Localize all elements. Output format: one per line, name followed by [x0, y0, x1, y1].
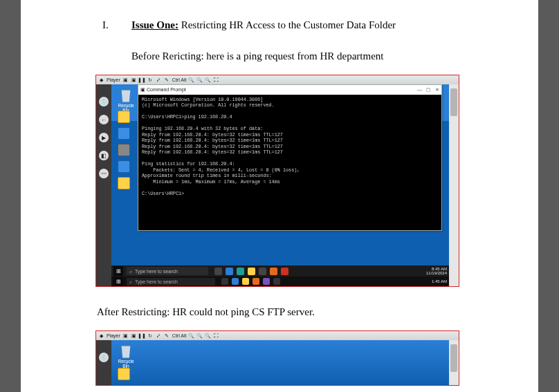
side-nav-icon[interactable]: 〰 [99, 169, 109, 178]
taskbar-app-icon[interactable] [242, 278, 249, 285]
guest-desktop[interactable]: Recycle Bin ▣ Command Prompt — ▢ ✕ [111, 84, 449, 286]
before-caption: Before Rericting: here is a ping request… [131, 50, 511, 62]
taskbar-app-icon[interactable] [237, 268, 244, 275]
taskbar-app-icon[interactable] [232, 278, 239, 285]
host-search-box[interactable]: ⌕ Type here to search [127, 278, 215, 286]
toolbar-icon[interactable]: ▣ [122, 333, 129, 339]
close-button[interactable]: ✕ [435, 87, 439, 93]
toolbar-icon[interactable]: ⤢ [156, 77, 162, 83]
issue-subtitle: Restricting HR Access to the Customer Da… [178, 19, 396, 30]
toolbar-icon[interactable]: ❚❚ [139, 77, 145, 83]
screenshot-after: ◆ Player ▣ ▣ ❚❚ ↻ ⤢ ✎ Ctrl Alt 🔍 🔍 🔍 ⛶ 💿… [95, 330, 459, 386]
host-time: 1:45 AM [432, 279, 447, 283]
taskbar-app-icon[interactable] [221, 278, 228, 285]
host-clock[interactable]: 1:45 AM [432, 279, 447, 283]
vm-body: 💿 ← ▶ ◧ 〰 Recycle Bin ▣ Co [96, 84, 459, 286]
taskbar-app-icon[interactable] [226, 268, 233, 275]
vm-player-label: Player [107, 333, 120, 338]
maximize-button[interactable]: ▢ [426, 87, 431, 93]
search-icon: ⌕ [129, 269, 132, 274]
zoom-out-icon[interactable]: 🔍 [188, 77, 194, 83]
toolbar-icon[interactable]: ✎ [164, 77, 170, 83]
host-task-icons [221, 278, 280, 285]
cmd-title-text: ▣ Command Prompt [140, 87, 186, 93]
desktop-shortcut[interactable] [116, 177, 132, 190]
side-nav-icon[interactable]: ◧ [99, 151, 109, 160]
list-roman-numeral: I. [102, 19, 112, 31]
guest-search-box[interactable]: ⌕ Type here to search [127, 267, 208, 275]
after-caption: After Restricting: HR could not ping CS … [97, 306, 511, 318]
document-page: I. Issue One: Restricting HR Access to t… [21, 0, 538, 392]
vm-scrollbar[interactable] [449, 84, 459, 286]
issue-title: Issue One: [131, 19, 178, 30]
scrollbar-thumb[interactable] [450, 344, 457, 372]
guest-task-icons [214, 268, 288, 275]
issue-heading-row: I. Issue One: Restricting HR Access to t… [102, 19, 511, 31]
start-button[interactable]: ⊞ [113, 266, 123, 276]
fullscreen-icon[interactable]: ⛶ [213, 333, 219, 339]
guest-date: 11/19/2024 [426, 271, 447, 275]
taskbar-app-icon[interactable] [270, 268, 277, 275]
taskbar-app-icon[interactable] [214, 268, 222, 275]
toolbar-icon[interactable]: ↻ [147, 77, 154, 83]
toolbar-icon[interactable]: ❚❚ [139, 333, 145, 339]
side-nav-icon[interactable]: 💿 [99, 353, 109, 362]
toolbar-icon[interactable]: ↻ [147, 333, 154, 339]
zoom-in-icon[interactable]: 🔍 [196, 77, 203, 83]
vm-side-panel: 💿 ← ▶ ◧ 〰 [96, 84, 111, 286]
desktop-shortcut[interactable] [116, 127, 132, 140]
zoom-in-icon[interactable]: 🔍 [196, 333, 203, 339]
cmd-output[interactable]: Microsoft Windows [Version 10.0.19044.30… [138, 95, 441, 230]
search-icon: ⌕ [129, 279, 132, 284]
toolbar-icon[interactable]: ✎ [164, 333, 170, 339]
screenshot-before: ◆ Player ▣ ▣ ❚❚ ↻ ⤢ ✎ Ctrl Alt 🔍 🔍 🔍 ⛶ 💿… [95, 75, 459, 287]
toolbar-icon[interactable]: ▣ [131, 333, 137, 339]
guest-clock[interactable]: 8:45 AM 11/19/2024 [426, 267, 447, 276]
toolbar-icon[interactable]: 🔍 [205, 77, 211, 83]
vm-logo-icon: ◆ [98, 77, 104, 83]
guest-search-placeholder: Type here to search [135, 269, 178, 274]
vm-body: 💿 Recycle Bin [96, 340, 459, 385]
vm-toolbar: ◆ Player ▣ ▣ ❚❚ ↻ ⤢ ✎ Ctrl Alt 🔍 🔍 🔍 ⛶ [96, 75, 459, 84]
zoom-out-icon[interactable]: 🔍 [188, 333, 194, 339]
toolbar-icon[interactable]: ▣ [122, 77, 129, 83]
taskbar-app-icon[interactable] [253, 278, 259, 285]
taskbar-app-icon[interactable] [263, 278, 270, 285]
cmd-titlebar[interactable]: ▣ Command Prompt — ▢ ✕ [138, 85, 441, 95]
guest-taskbar[interactable]: ⊞ ⌕ Type here to search [111, 265, 449, 277]
desktop-shortcut[interactable] [116, 368, 132, 381]
toolbar-icon[interactable]: 🔍 [205, 333, 211, 339]
guest-time: 8:45 AM [432, 267, 447, 271]
host-search-placeholder: Type here to search [135, 279, 178, 284]
scrollbar-thumb[interactable] [450, 88, 457, 116]
guest-desktop[interactable]: Recycle Bin [111, 340, 449, 385]
desktop-shortcut[interactable] [116, 160, 132, 174]
minimize-button[interactable]: — [417, 87, 422, 93]
recycle-bin-label: Recycle Bin [118, 359, 134, 368]
toolbar-icon[interactable]: ▣ [131, 77, 137, 83]
recycle-bin-icon [120, 346, 131, 358]
vm-side-panel: 💿 [96, 340, 111, 385]
side-nav-icon[interactable]: ▶ [99, 133, 109, 142]
toolbar-icon[interactable]: ⤢ [156, 333, 162, 339]
side-nav-icon[interactable]: ← [99, 115, 109, 124]
desktop-shortcut[interactable] [116, 111, 132, 124]
side-nav-icon[interactable]: 💿 [99, 97, 109, 106]
vm-scrollbar[interactable] [449, 340, 459, 385]
taskbar-app-icon[interactable] [281, 268, 288, 275]
recycle-bin[interactable]: Recycle Bin [116, 90, 136, 113]
desktop-shortcut[interactable] [116, 144, 132, 157]
host-start-button[interactable]: ⊞ [113, 277, 123, 286]
host-taskbar[interactable]: ⊞ ⌕ Type here to search 1:45 AM [111, 277, 449, 286]
vm-toolbar: ◆ Player ▣ ▣ ❚❚ ↻ ⤢ ✎ Ctrl Alt 🔍 🔍 🔍 ⛶ [96, 331, 459, 340]
taskbar-app-icon[interactable] [273, 278, 280, 285]
ctrl-alt-label[interactable]: Ctrl Alt [172, 77, 187, 82]
fullscreen-icon[interactable]: ⛶ [213, 77, 219, 83]
recycle-bin[interactable]: Recycle Bin [116, 346, 136, 368]
command-prompt-window[interactable]: ▣ Command Prompt — ▢ ✕ Microsoft Windows… [138, 84, 442, 231]
vm-logo-icon: ◆ [98, 333, 104, 339]
issue-heading: Issue One: Restricting HR Access to the … [131, 19, 396, 31]
taskbar-app-icon[interactable] [248, 268, 255, 275]
ctrl-alt-label[interactable]: Ctrl Alt [172, 333, 187, 338]
taskbar-app-icon[interactable] [259, 268, 266, 275]
